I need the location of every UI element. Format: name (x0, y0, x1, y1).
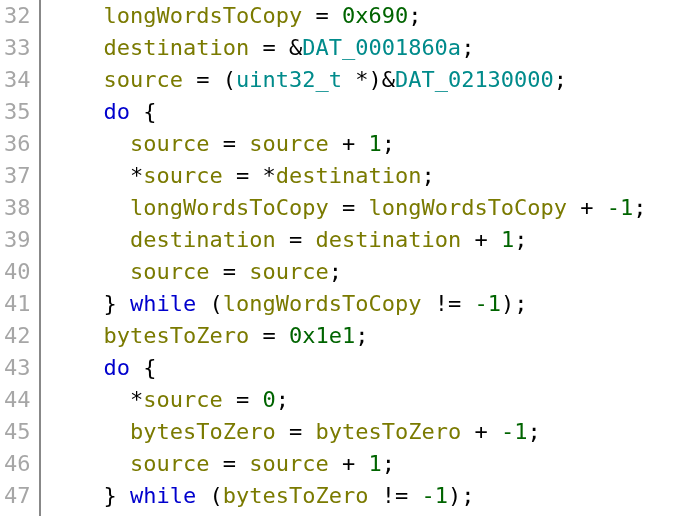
token-op: = (276, 227, 316, 252)
token-var: source (249, 131, 328, 156)
token-punct: ; (461, 35, 474, 60)
token-op: = (209, 259, 249, 284)
code-line[interactable]: } while (longWordsToCopy != -1); (51, 288, 647, 320)
line-number: 34 (4, 64, 31, 96)
token-punct: ; (355, 323, 368, 348)
token-var: longWordsToCopy (368, 195, 567, 220)
token-num: 0 (262, 387, 275, 412)
token-var: source (143, 163, 222, 188)
token-var: source (103, 67, 182, 92)
code-line[interactable]: longWordsToCopy = longWordsToCopy + -1; (51, 192, 647, 224)
line-number: 47 (4, 480, 31, 512)
code-line[interactable]: destination = &DAT_0001860a; (51, 32, 647, 64)
code-line[interactable]: longWordsToCopy = 0x690; (51, 0, 647, 32)
token-op: * (130, 163, 143, 188)
token-var: source (249, 259, 328, 284)
token-op: *)& (342, 67, 395, 92)
line-number: 33 (4, 32, 31, 64)
token-op: = & (249, 35, 302, 60)
token-dat: DAT_0001860a (302, 35, 461, 60)
token-punct: ( (196, 291, 223, 316)
code-line[interactable]: source = source + 1; (51, 448, 647, 480)
token-op: + (329, 131, 369, 156)
token-var: destination (276, 163, 422, 188)
token-var: source (143, 387, 222, 412)
token-num: -1 (421, 483, 448, 508)
code-line[interactable]: bytesToZero = 0x1e1; (51, 320, 647, 352)
token-punct: ; (276, 387, 289, 412)
line-number: 35 (4, 96, 31, 128)
code-line[interactable]: *source = 0; (51, 384, 647, 416)
token-op: = (209, 131, 249, 156)
token-op: != (421, 291, 474, 316)
token-var: longWordsToCopy (130, 195, 329, 220)
token-var: source (130, 259, 209, 284)
line-number: 38 (4, 192, 31, 224)
line-number: 37 (4, 160, 31, 192)
token-punct: ; (408, 3, 421, 28)
token-op: = ( (183, 67, 236, 92)
token-punct: ); (448, 483, 475, 508)
token-var: longWordsToCopy (223, 291, 422, 316)
token-punct: ; (382, 451, 395, 476)
line-number: 32 (4, 0, 31, 32)
token-var: source (130, 451, 209, 476)
code-line[interactable]: source = source + 1; (51, 128, 647, 160)
code-line[interactable]: source = source; (51, 256, 647, 288)
token-punct: ); (501, 291, 528, 316)
token-var: destination (315, 227, 461, 252)
line-number: 44 (4, 384, 31, 416)
token-var: bytesToZero (130, 419, 276, 444)
token-num: 1 (368, 131, 381, 156)
code-line[interactable]: do { (51, 352, 647, 384)
line-number: 41 (4, 288, 31, 320)
token-punct: ( (196, 483, 223, 508)
token-op: = (223, 387, 263, 412)
token-punct: ; (329, 259, 342, 284)
token-punct: } (103, 483, 130, 508)
token-var: bytesToZero (223, 483, 369, 508)
token-kw: while (130, 483, 196, 508)
token-num: 0x1e1 (289, 323, 355, 348)
token-num: 0x690 (342, 3, 408, 28)
token-var: destination (130, 227, 276, 252)
token-op: != (368, 483, 421, 508)
line-number: 40 (4, 256, 31, 288)
line-number-gutter: 32333435363738394041424344454647 (0, 0, 41, 516)
token-op: = (249, 323, 289, 348)
code-line[interactable]: destination = destination + 1; (51, 224, 647, 256)
token-num: -1 (501, 419, 528, 444)
token-num: 1 (368, 451, 381, 476)
code-line[interactable]: do { (51, 96, 647, 128)
token-punct: { (130, 355, 157, 380)
token-punct: } (103, 291, 130, 316)
code-line[interactable]: source = (uint32_t *)&DAT_02130000; (51, 64, 647, 96)
token-op: = (302, 3, 342, 28)
token-punct: ; (527, 419, 540, 444)
token-punct: ; (514, 227, 527, 252)
token-var: bytesToZero (315, 419, 461, 444)
token-op: = * (223, 163, 276, 188)
code-area[interactable]: longWordsToCopy = 0x690; destination = &… (41, 0, 647, 516)
token-var: bytesToZero (103, 323, 249, 348)
line-number: 36 (4, 128, 31, 160)
token-op: = (329, 195, 369, 220)
token-num: -1 (474, 291, 501, 316)
line-number: 46 (4, 448, 31, 480)
token-op: + (329, 451, 369, 476)
line-number: 43 (4, 352, 31, 384)
token-punct: ; (633, 195, 646, 220)
line-number: 39 (4, 224, 31, 256)
token-kw: do (103, 355, 130, 380)
line-number: 45 (4, 416, 31, 448)
code-line[interactable]: bytesToZero = bytesToZero + -1; (51, 416, 647, 448)
token-op: = (276, 419, 316, 444)
code-line[interactable]: *source = *destination; (51, 160, 647, 192)
token-punct: ; (382, 131, 395, 156)
token-var: destination (103, 35, 249, 60)
token-var: longWordsToCopy (103, 3, 302, 28)
token-num: 1 (501, 227, 514, 252)
code-editor: 32333435363738394041424344454647 longWor… (0, 0, 696, 516)
token-num: -1 (607, 195, 634, 220)
code-line[interactable]: } while (bytesToZero != -1); (51, 480, 647, 512)
